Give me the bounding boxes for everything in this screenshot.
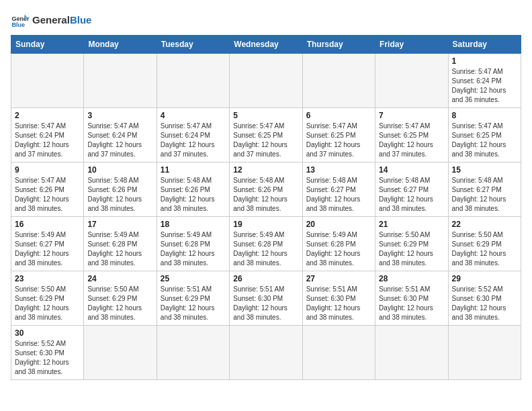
day-number: 21 [379,220,444,229]
day-info: Sunrise: 5:47 AM Sunset: 6:24 PM Dayligh… [452,67,517,105]
logo-blue: Blue [70,14,92,26]
day-cell [84,326,157,380]
day-cell: 28Sunrise: 5:51 AM Sunset: 6:30 PM Dayli… [375,271,448,326]
day-cell: 29Sunrise: 5:52 AM Sunset: 6:30 PM Dayli… [448,271,521,326]
day-number: 26 [233,274,298,283]
day-info: Sunrise: 5:47 AM Sunset: 6:26 PM Dayligh… [15,176,80,214]
day-cell: 2Sunrise: 5:47 AM Sunset: 6:24 PM Daylig… [11,108,84,163]
day-info: Sunrise: 5:48 AM Sunset: 6:27 PM Dayligh… [306,176,371,214]
day-number: 13 [306,165,371,175]
day-cell [230,326,302,380]
day-cell: 19Sunrise: 5:49 AM Sunset: 6:28 PM Dayli… [230,217,302,271]
day-number: 23 [15,274,80,283]
week-row-5: 23Sunrise: 5:50 AM Sunset: 6:29 PM Dayli… [11,271,521,326]
day-number: 24 [87,274,152,283]
logo-icon: General Blue [11,11,30,30]
day-info: Sunrise: 5:52 AM Sunset: 6:30 PM Dayligh… [15,339,80,377]
day-number: 18 [161,220,226,229]
day-info: Sunrise: 5:51 AM Sunset: 6:30 PM Dayligh… [306,285,371,322]
day-info: Sunrise: 5:48 AM Sunset: 6:27 PM Dayligh… [452,176,517,214]
day-cell: 14Sunrise: 5:48 AM Sunset: 6:27 PM Dayli… [375,163,448,217]
day-number: 2 [15,111,80,120]
day-info: Sunrise: 5:48 AM Sunset: 6:27 PM Dayligh… [379,176,444,214]
day-info: Sunrise: 5:48 AM Sunset: 6:26 PM Dayligh… [87,176,152,214]
day-cell [11,54,84,108]
day-cell: 11Sunrise: 5:48 AM Sunset: 6:26 PM Dayli… [157,163,229,217]
day-cell: 21Sunrise: 5:50 AM Sunset: 6:29 PM Dayli… [375,217,448,271]
week-row-1: 1Sunrise: 5:47 AM Sunset: 6:24 PM Daylig… [11,54,521,108]
day-cell [302,54,375,108]
day-info: Sunrise: 5:49 AM Sunset: 6:28 PM Dayligh… [161,230,226,268]
day-cell [157,54,229,108]
day-cell: 10Sunrise: 5:48 AM Sunset: 6:26 PM Dayli… [84,163,157,217]
day-number: 8 [452,111,517,120]
day-info: Sunrise: 5:51 AM Sunset: 6:30 PM Dayligh… [379,285,444,322]
weekday-header-friday: Friday [375,36,448,54]
week-row-4: 16Sunrise: 5:49 AM Sunset: 6:27 PM Dayli… [11,217,521,271]
day-info: Sunrise: 5:50 AM Sunset: 6:29 PM Dayligh… [452,230,517,268]
day-cell: 7Sunrise: 5:47 AM Sunset: 6:25 PM Daylig… [375,108,448,163]
day-number: 19 [233,220,298,229]
day-number: 25 [161,274,226,283]
day-info: Sunrise: 5:49 AM Sunset: 6:27 PM Dayligh… [15,230,80,268]
day-cell [157,326,229,380]
day-number: 6 [306,111,371,120]
day-info: Sunrise: 5:49 AM Sunset: 6:28 PM Dayligh… [306,230,371,268]
logo: General Blue GeneralBlue [11,11,91,30]
week-row-2: 2Sunrise: 5:47 AM Sunset: 6:24 PM Daylig… [11,108,521,163]
day-cell: 4Sunrise: 5:47 AM Sunset: 6:24 PM Daylig… [157,108,229,163]
weekday-header-tuesday: Tuesday [157,36,229,54]
day-cell: 5Sunrise: 5:47 AM Sunset: 6:25 PM Daylig… [230,108,302,163]
day-cell: 13Sunrise: 5:48 AM Sunset: 6:27 PM Dayli… [302,163,375,217]
weekday-header-wednesday: Wednesday [230,36,302,54]
day-number: 28 [379,274,444,283]
day-cell: 8Sunrise: 5:47 AM Sunset: 6:25 PM Daylig… [448,108,521,163]
day-number: 17 [87,220,152,229]
day-info: Sunrise: 5:50 AM Sunset: 6:29 PM Dayligh… [379,230,444,268]
day-cell: 20Sunrise: 5:49 AM Sunset: 6:28 PM Dayli… [302,217,375,271]
day-cell [302,326,375,380]
day-info: Sunrise: 5:50 AM Sunset: 6:29 PM Dayligh… [15,285,80,322]
day-number: 27 [306,274,371,283]
day-cell: 24Sunrise: 5:50 AM Sunset: 6:29 PM Dayli… [84,271,157,326]
day-info: Sunrise: 5:48 AM Sunset: 6:26 PM Dayligh… [161,176,226,214]
day-number: 7 [379,111,444,120]
day-number: 4 [161,111,226,120]
week-row-6: 30Sunrise: 5:52 AM Sunset: 6:30 PM Dayli… [11,326,521,380]
day-number: 1 [452,56,517,66]
day-number: 20 [306,220,371,229]
weekday-header-sunday: Sunday [11,36,84,54]
day-info: Sunrise: 5:51 AM Sunset: 6:29 PM Dayligh… [161,285,226,322]
day-cell: 3Sunrise: 5:47 AM Sunset: 6:24 PM Daylig… [84,108,157,163]
day-info: Sunrise: 5:47 AM Sunset: 6:25 PM Dayligh… [379,122,444,159]
day-cell: 30Sunrise: 5:52 AM Sunset: 6:30 PM Dayli… [11,326,84,380]
day-cell [375,54,448,108]
day-number: 3 [87,111,152,120]
day-info: Sunrise: 5:47 AM Sunset: 6:25 PM Dayligh… [233,122,298,159]
day-cell: 18Sunrise: 5:49 AM Sunset: 6:28 PM Dayli… [157,217,229,271]
day-cell: 12Sunrise: 5:48 AM Sunset: 6:26 PM Dayli… [230,163,302,217]
day-cell: 17Sunrise: 5:49 AM Sunset: 6:28 PM Dayli… [84,217,157,271]
day-info: Sunrise: 5:47 AM Sunset: 6:25 PM Dayligh… [306,122,371,159]
calendar-table: SundayMondayTuesdayWednesdayThursdayFrid… [11,35,521,380]
day-info: Sunrise: 5:47 AM Sunset: 6:24 PM Dayligh… [87,122,152,159]
day-number: 15 [452,165,517,175]
day-cell [230,54,302,108]
day-info: Sunrise: 5:48 AM Sunset: 6:26 PM Dayligh… [233,176,298,214]
day-cell: 25Sunrise: 5:51 AM Sunset: 6:29 PM Dayli… [157,271,229,326]
day-cell: 22Sunrise: 5:50 AM Sunset: 6:29 PM Dayli… [448,217,521,271]
day-cell [84,54,157,108]
day-info: Sunrise: 5:47 AM Sunset: 6:24 PM Dayligh… [15,122,80,159]
logo-general: General [32,14,70,26]
week-row-3: 9Sunrise: 5:47 AM Sunset: 6:26 PM Daylig… [11,163,521,217]
day-cell: 27Sunrise: 5:51 AM Sunset: 6:30 PM Dayli… [302,271,375,326]
day-cell: 15Sunrise: 5:48 AM Sunset: 6:27 PM Dayli… [448,163,521,217]
day-info: Sunrise: 5:47 AM Sunset: 6:25 PM Dayligh… [452,122,517,159]
weekday-header-monday: Monday [84,36,157,54]
weekday-header-thursday: Thursday [302,36,375,54]
day-number: 9 [15,165,80,175]
day-number: 30 [15,328,80,338]
day-cell [448,326,521,380]
day-number: 12 [233,165,298,175]
page-header: General Blue GeneralBlue [11,11,521,30]
